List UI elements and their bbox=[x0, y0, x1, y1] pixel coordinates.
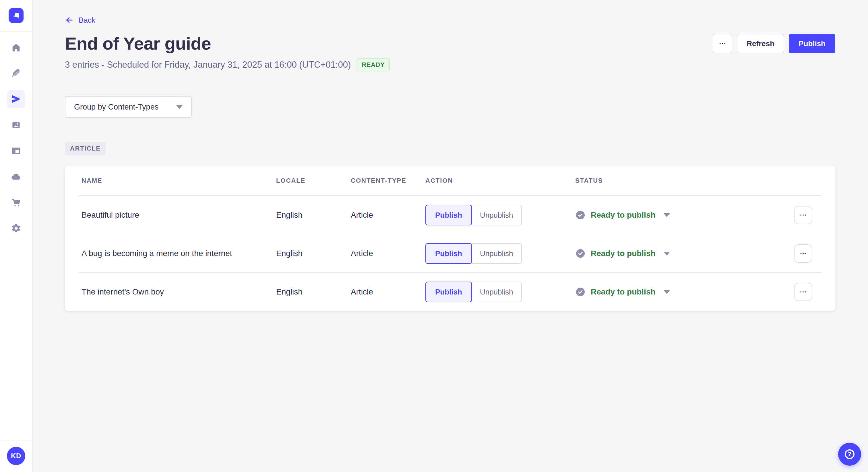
entry-status[interactable]: Ready to publish bbox=[575, 210, 780, 220]
sidebar-item-settings[interactable] bbox=[7, 219, 25, 237]
layout-icon bbox=[11, 146, 21, 156]
header-actions: Refresh Publish bbox=[713, 34, 835, 53]
cloud-icon bbox=[11, 171, 22, 182]
sidebar-item-content-manager[interactable] bbox=[7, 64, 25, 82]
entry-status-label: Ready to publish bbox=[591, 249, 656, 258]
strapi-logo-glyph bbox=[9, 9, 23, 22]
help-button[interactable]: ? bbox=[838, 443, 861, 466]
row-more-button[interactable] bbox=[794, 283, 812, 301]
entry-name: A bug is becoming a meme on the internet bbox=[82, 249, 276, 258]
row-unpublish-button[interactable]: Unpublish bbox=[471, 205, 522, 225]
more-horizontal-icon bbox=[799, 211, 807, 219]
group-by-value: Group by Content-Types bbox=[74, 103, 158, 111]
column-header-action: ACTION bbox=[425, 177, 575, 184]
entry-content-type: Article bbox=[351, 210, 425, 220]
entry-locale: English bbox=[276, 210, 351, 220]
gear-icon bbox=[11, 223, 21, 233]
back-label: Back bbox=[79, 16, 95, 25]
home-icon bbox=[11, 42, 21, 53]
chevron-down-icon bbox=[663, 213, 670, 217]
chevron-down-icon bbox=[663, 252, 670, 256]
column-header-content-type: CONTENT-TYPE bbox=[351, 177, 425, 184]
row-publish-button[interactable]: Publish bbox=[425, 205, 472, 225]
row-unpublish-button[interactable]: Unpublish bbox=[471, 281, 522, 302]
action-toggle: Publish Unpublish bbox=[425, 281, 575, 302]
back-link[interactable]: Back bbox=[65, 15, 95, 25]
column-header-status: STATUS bbox=[575, 177, 780, 184]
check-circle-icon bbox=[575, 248, 586, 259]
paper-plane-icon bbox=[11, 94, 22, 105]
sidebar-item-cloud[interactable] bbox=[7, 167, 25, 186]
arrow-left-icon bbox=[65, 15, 74, 25]
sidebar-item-releases[interactable] bbox=[7, 90, 25, 108]
action-toggle: Publish Unpublish bbox=[425, 243, 575, 264]
chevron-down-icon bbox=[176, 105, 183, 109]
media-library-icon bbox=[11, 120, 21, 130]
more-horizontal-icon bbox=[718, 40, 726, 47]
sidebar-item-content-type-builder[interactable] bbox=[7, 142, 25, 160]
entry-locale: English bbox=[276, 249, 351, 258]
release-more-button[interactable] bbox=[713, 34, 732, 53]
sidebar-nav bbox=[7, 38, 25, 237]
status-badge: READY bbox=[356, 58, 390, 71]
avatar[interactable]: KD bbox=[7, 447, 25, 465]
header-row: End of Year guide Refresh Publish bbox=[65, 33, 835, 54]
table-row: The internet's Own boy English Article P… bbox=[65, 273, 835, 311]
row-publish-button[interactable]: Publish bbox=[425, 243, 472, 264]
entries-table: NAME LOCALE CONTENT-TYPE ACTION STATUS B… bbox=[65, 165, 835, 311]
row-unpublish-button[interactable]: Unpublish bbox=[471, 243, 522, 264]
entry-status[interactable]: Ready to publish bbox=[575, 287, 780, 297]
sidebar-item-media-library[interactable] bbox=[7, 116, 25, 134]
strapi-logo-icon[interactable] bbox=[9, 8, 24, 23]
page-title: End of Year guide bbox=[65, 33, 211, 54]
entry-content-type: Article bbox=[351, 287, 425, 297]
table-row: A bug is becoming a meme on the internet… bbox=[65, 234, 835, 273]
column-header-locale: LOCALE bbox=[276, 177, 351, 184]
main-content: Back End of Year guide Refresh Publish 3… bbox=[33, 0, 868, 472]
entry-status-label: Ready to publish bbox=[591, 210, 656, 220]
refresh-button[interactable]: Refresh bbox=[737, 34, 784, 53]
feather-icon bbox=[11, 68, 21, 78]
check-circle-icon bbox=[575, 287, 586, 297]
group-label-badge: ARTICLE bbox=[65, 142, 106, 155]
publish-release-button[interactable]: Publish bbox=[789, 34, 835, 53]
table-row: Beautiful picture English Article Publis… bbox=[65, 196, 835, 234]
entry-name: The internet's Own boy bbox=[82, 287, 276, 297]
sidebar-footer: KD bbox=[0, 440, 32, 472]
sidebar-divider bbox=[0, 31, 32, 32]
cart-icon bbox=[11, 197, 21, 208]
table-header-row: NAME LOCALE CONTENT-TYPE ACTION STATUS bbox=[65, 165, 835, 196]
entry-name: Beautiful picture bbox=[82, 210, 276, 220]
row-more-button[interactable] bbox=[794, 244, 812, 263]
entry-content-type: Article bbox=[351, 249, 425, 258]
sidebar-item-marketplace[interactable] bbox=[7, 193, 25, 212]
action-toggle: Publish Unpublish bbox=[425, 205, 575, 225]
group-by-select[interactable]: Group by Content-Types bbox=[65, 96, 192, 118]
column-header-name: NAME bbox=[82, 177, 276, 184]
app-root: KD Back End of Year guide Refresh Publis… bbox=[0, 0, 868, 472]
entry-status-label: Ready to publish bbox=[591, 287, 656, 297]
entry-status[interactable]: Ready to publish bbox=[575, 248, 780, 259]
check-circle-icon bbox=[575, 210, 586, 220]
more-horizontal-icon bbox=[799, 250, 807, 257]
more-horizontal-icon bbox=[799, 288, 807, 296]
entry-locale: English bbox=[276, 287, 351, 297]
release-subtitle: 3 entries - Scheduled for Friday, Januar… bbox=[65, 60, 351, 70]
chevron-down-icon bbox=[663, 290, 670, 294]
subtitle-row: 3 entries - Scheduled for Friday, Januar… bbox=[65, 58, 835, 71]
question-mark-icon: ? bbox=[845, 449, 855, 459]
row-more-button[interactable] bbox=[794, 206, 812, 224]
row-publish-button[interactable]: Publish bbox=[425, 281, 472, 302]
sidebar: KD bbox=[0, 0, 33, 472]
sidebar-item-home[interactable] bbox=[7, 38, 25, 57]
